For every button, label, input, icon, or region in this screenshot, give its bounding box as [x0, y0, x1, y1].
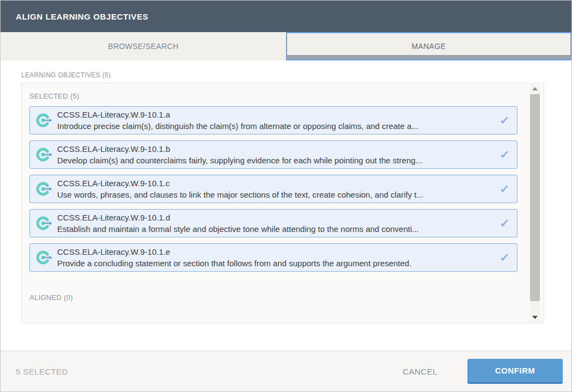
- arrow-up-icon: [532, 87, 538, 90]
- objective-code: CCSS.ELA-Literacy.W.9-10.1.e: [57, 246, 494, 258]
- panel-scrollbar[interactable]: [530, 84, 540, 322]
- dialog-content: LEARNING OBJECTIVES (5) SELECTED (5): [1, 60, 571, 351]
- objective-code: CCSS.ELA-Literacy.W.9-10.1.a: [57, 109, 494, 120]
- objective-target-icon: [35, 215, 53, 232]
- tab-browse-search[interactable]: BROWSE/SEARCH: [1, 32, 286, 60]
- tab-bar: BROWSE/SEARCH MANAGE: [1, 32, 571, 60]
- checkmark-icon: ✓: [500, 251, 510, 264]
- checkmark-icon: ✓: [500, 217, 510, 230]
- confirm-button[interactable]: CONFIRM: [467, 359, 563, 384]
- objective-item[interactable]: CCSS.ELA-Literacy.W.9-10.1.b Develop cla…: [29, 140, 518, 169]
- aligned-group-header: ALIGNED (0): [29, 293, 518, 302]
- objective-description: Introduce precise claim(s), distinguish …: [57, 120, 494, 132]
- objective-description: Use words, phrases, and clauses to link …: [57, 189, 494, 200]
- scrollbar-thumb[interactable]: [530, 94, 540, 301]
- objective-target-icon: [35, 180, 53, 198]
- objective-item[interactable]: CCSS.ELA-Literacy.W.9-10.1.a Introduce p…: [29, 106, 518, 134]
- scroll-up-arrow[interactable]: [530, 84, 540, 93]
- objective-text: CCSS.ELA-Literacy.W.9-10.1.b Develop cla…: [57, 143, 494, 166]
- selected-count-label: 5 SELECTED: [16, 367, 68, 376]
- dialog-header: ALIGN LEARNING OBJECTIVES: [1, 1, 571, 32]
- active-tab-underline: [287, 55, 570, 59]
- scroll-down-arrow[interactable]: [530, 313, 540, 322]
- checkmark-icon: ✓: [500, 114, 510, 127]
- tab-manage-label: MANAGE: [411, 42, 446, 51]
- cancel-button[interactable]: CANCEL: [403, 367, 437, 376]
- objectives-panel-inner: SELECTED (5) CCSS.ELA-Literacy.W.9-10.1.…: [22, 83, 544, 302]
- objective-text: CCSS.ELA-Literacy.W.9-10.1.d Establish a…: [57, 212, 494, 235]
- objective-text: CCSS.ELA-Literacy.W.9-10.1.c Use words, …: [57, 177, 494, 200]
- tab-manage[interactable]: MANAGE: [286, 32, 571, 60]
- tab-browse-search-label: BROWSE/SEARCH: [108, 42, 179, 51]
- objective-code: CCSS.ELA-Literacy.W.9-10.1.c: [57, 177, 494, 189]
- objective-description: Establish and maintain a formal style an…: [57, 223, 494, 235]
- checkmark-icon: ✓: [500, 148, 510, 161]
- learning-objectives-count-label: LEARNING OBJECTIVES (5): [21, 71, 543, 79]
- objective-target-icon: [35, 146, 53, 163]
- objective-target-icon: [35, 112, 53, 129]
- objective-description: Develop claim(s) and counterclaims fairl…: [57, 155, 494, 166]
- objective-code: CCSS.ELA-Literacy.W.9-10.1.b: [57, 143, 494, 155]
- align-learning-objectives-dialog: ALIGN LEARNING OBJECTIVES BROWSE/SEARCH …: [0, 0, 572, 392]
- arrow-down-icon: [532, 316, 538, 319]
- dialog-title: ALIGN LEARNING OBJECTIVES: [16, 12, 148, 21]
- dialog-footer: 5 SELECTED CANCEL CONFIRM: [1, 351, 571, 391]
- checkmark-icon: ✓: [500, 182, 510, 195]
- objective-item[interactable]: CCSS.ELA-Literacy.W.9-10.1.c Use words, …: [29, 175, 518, 203]
- objective-description: Provide a concluding statement or sectio…: [57, 258, 494, 269]
- objective-code: CCSS.ELA-Literacy.W.9-10.1.d: [57, 212, 494, 223]
- objective-text: CCSS.ELA-Literacy.W.9-10.1.e Provide a c…: [57, 246, 494, 269]
- objective-item[interactable]: CCSS.ELA-Literacy.W.9-10.1.d Establish a…: [29, 209, 518, 237]
- objective-target-icon: [35, 249, 53, 266]
- objective-item[interactable]: CCSS.ELA-Literacy.W.9-10.1.e Provide a c…: [29, 243, 518, 272]
- objective-text: CCSS.ELA-Literacy.W.9-10.1.a Introduce p…: [57, 109, 494, 132]
- selected-group-header: SELECTED (5): [29, 92, 518, 100]
- objectives-panel: SELECTED (5) CCSS.ELA-Literacy.W.9-10.1.…: [21, 83, 544, 323]
